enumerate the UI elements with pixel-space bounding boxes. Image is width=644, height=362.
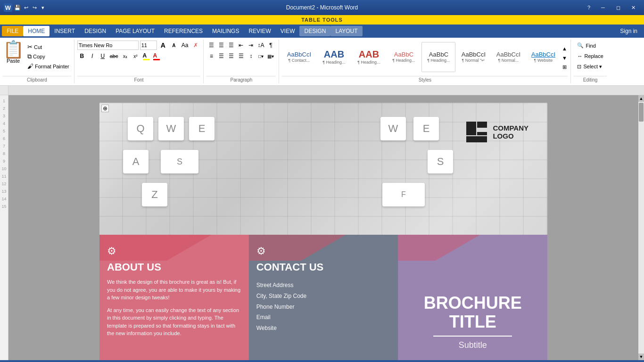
table-move-icon[interactable]: ⊕ [101,105,109,112]
tab-table-design[interactable]: DESIGN [299,26,330,36]
tab-insert[interactable]: INSERT [50,26,80,36]
panel-right[interactable]: BROCHURE TITLE Subtitle [398,235,547,360]
close-btn[interactable]: ✕ [626,3,640,12]
subscript-btn[interactable]: x₂ [121,51,130,61]
table-tools-bar: TABLE TOOLS [0,15,644,25]
align-left-btn[interactable]: ≡ [206,51,216,61]
style-preview-h4: AaBbC [429,51,448,58]
tab-references[interactable]: REFERENCES [159,26,207,36]
select-button[interactable]: ⊡ Select ▾ [574,62,606,72]
style-heading1[interactable]: AAB ¶ Heading... [317,42,351,72]
vertical-scrollbar[interactable]: ▲ ▼ [638,95,644,360]
style-contact[interactable]: AaBbCcI ¶ Contact... [282,42,316,72]
menu-bar: FILE HOME INSERT DESIGN PAGE LAYOUT REFE… [0,25,644,38]
sort-btn[interactable]: ↕A [256,41,265,50]
italic-btn[interactable]: I [88,51,97,61]
save-btn[interactable]: 💾 [14,4,21,11]
font-size-input[interactable] [140,41,157,50]
style-heading3[interactable]: AaBbC ¶ Heading... [387,42,421,72]
font-shrink-btn[interactable]: A [169,41,179,50]
change-case-btn[interactable]: Aa [180,41,190,50]
logo-block-4 [477,132,487,135]
style-normal[interactable]: AaBbCcI ¶ Normal "↵ [456,42,490,72]
paragraph-label: Paragraph [206,76,276,82]
style-label-contact: ¶ Contact... [289,58,310,63]
key-r2: S [428,150,453,173]
minimize-btn[interactable]: ─ [596,3,610,12]
tab-table-layout[interactable]: LAYOUT [330,26,362,36]
tab-review[interactable]: REVIEW [244,26,275,36]
font-name-input[interactable] [77,41,139,50]
sign-in-btn[interactable]: Sign in [615,26,642,36]
styles-down-arrow[interactable]: ▼ [561,54,568,63]
brochure-title-1: BROCHURE [424,294,522,313]
scroll-thumb[interactable] [639,103,644,122]
strikethrough-btn[interactable]: abc [108,51,120,61]
tab-home[interactable]: HOME [23,26,50,36]
increase-indent-btn[interactable]: ⇥ [246,41,256,50]
scroll-down-btn[interactable]: ▼ [638,354,644,360]
key-big: F [382,183,425,206]
style-heading2[interactable]: AAB ¶ Heading... [352,42,386,72]
tab-view[interactable]: VIEW [276,26,300,36]
find-button[interactable]: 🔍 Find [574,41,606,50]
right-top-wedge [398,235,547,261]
numbering-btn[interactable]: ☰ [216,41,226,50]
help-btn[interactable]: ? [586,4,592,11]
keyboard-background: Q W E S A Z W E S F [99,103,547,235]
table-tools-label: TABLE TOOLS [301,17,343,23]
decrease-indent-btn[interactable]: ⇤ [236,41,246,50]
editing-label: Editing [574,76,606,82]
format-painter-label: Format Painter [35,64,69,69]
style-website[interactable]: AaBbCcI ¶ Website [526,42,560,72]
cut-button[interactable]: ✂ Cut [25,42,71,51]
tab-file[interactable]: FILE [2,26,23,36]
replace-button[interactable]: ↔ Replace [574,51,606,61]
font-grow-btn[interactable]: A [158,41,168,50]
shading-btn[interactable]: □▾ [256,51,265,61]
title-bar: W 💾 ↩ ↪ ▾ Document2 - Microsoft Word ? ─… [0,0,644,15]
underline-btn[interactable]: U [98,51,107,61]
bullets-btn[interactable]: ☰ [206,41,216,50]
paragraph-group: ☰ ☰ ☰ ⇤ ⇥ ↕A ¶ ≡ ☰ ☰ ☰ ↕ □▾ ▦▾ [204,40,279,83]
tab-mailings[interactable]: MAILINGS [207,26,244,36]
about-us-title: ABOUT US [107,261,241,273]
text-highlight-btn[interactable]: A [141,51,151,61]
panel-left[interactable]: ⚙ ABOUT US We think the design of this b… [99,235,249,360]
document-area[interactable]: ⊕ Q W E S A Z W E S F [8,95,638,360]
bold-btn[interactable]: B [77,51,87,61]
scroll-up-btn[interactable]: ▲ [638,95,644,102]
contact-address: Street Address [256,280,391,291]
line-spacing-btn[interactable]: ↕ [246,51,256,61]
contact-email: Email [256,312,391,323]
customize-btn[interactable]: ▾ [40,4,46,11]
center-btn[interactable]: ☰ [216,51,226,61]
show-hide-btn[interactable]: ¶ [266,41,275,50]
style-normal2[interactable]: AaBbCcI ¶ Normal... [491,42,525,72]
justify-btn[interactable]: ☰ [236,51,246,61]
style-label-h2: ¶ Heading... [357,60,380,65]
align-right-btn[interactable]: ☰ [226,51,236,61]
styles-label: Styles [282,76,568,82]
styles-more-btn[interactable]: ⊞ [561,63,568,72]
format-painter-button[interactable]: 🖌 Format Painter [25,62,71,71]
copy-button[interactable]: ⧉ Copy [25,52,71,61]
styles-up-arrow[interactable]: ▲ [561,44,568,54]
tab-design[interactable]: DESIGN [80,26,111,36]
undo-btn[interactable]: ↩ [23,4,29,11]
center-panel-content: ⚙ CONTACT US Street Address City, State … [256,245,391,334]
panel-center[interactable]: ⚙ CONTACT US Street Address City, State … [249,235,398,360]
clear-format-btn[interactable]: ✗ [191,41,200,50]
style-heading4[interactable]: AaBbC ¶ Heading... [421,42,455,72]
styles-gallery: AaBbCcI ¶ Contact... AAB ¶ Heading... AA… [282,42,560,75]
styles-scroll-arrows[interactable]: ▲ ▼ ⊞ [561,43,568,73]
right-panel-content: BROCHURE TITLE Subtitle [424,294,522,350]
borders-btn[interactable]: ▦▾ [266,51,275,61]
paste-button[interactable]: 📋 Paste [3,41,24,71]
redo-btn[interactable]: ↪ [31,4,38,11]
multilevel-btn[interactable]: ☰ [226,41,236,50]
restore-btn[interactable]: ◻ [611,3,625,12]
font-color-btn[interactable]: A [152,51,161,61]
tab-page-layout[interactable]: PAGE LAYOUT [111,26,159,36]
superscript-btn[interactable]: x² [131,51,140,61]
